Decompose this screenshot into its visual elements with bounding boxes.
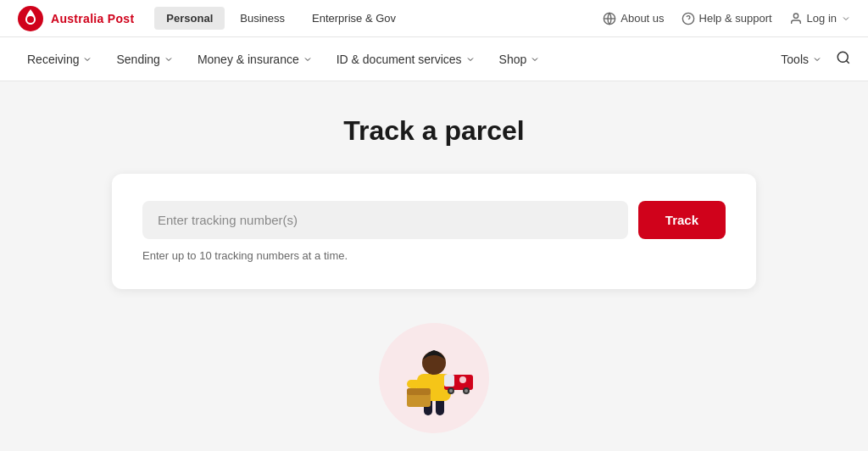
svg-point-20 <box>449 389 453 393</box>
login-text: Log in <box>807 12 837 25</box>
chevron-down-icon <box>530 54 540 64</box>
chevron-down-icon <box>82 54 92 64</box>
page-content: Track a parcel Track Enter up to 10 trac… <box>0 81 868 451</box>
page-title: Track a parcel <box>343 115 524 147</box>
tools-button[interactable]: Tools <box>781 53 822 66</box>
chevron-down-icon <box>303 54 313 64</box>
logo-text: Australia Post <box>51 12 134 25</box>
svg-point-1 <box>27 16 34 23</box>
logo-area[interactable]: Australia Post <box>17 5 134 32</box>
tab-personal[interactable]: Personal <box>154 7 225 30</box>
search-button[interactable] <box>836 50 851 69</box>
track-card: Track Enter up to 10 tracking numbers at… <box>112 174 756 289</box>
search-icon <box>836 50 851 65</box>
logo-icon <box>17 5 44 32</box>
main-nav-right: Tools <box>781 50 851 69</box>
track-input-row: Track <box>142 201 726 239</box>
nav-money-insurance[interactable]: Money & insurance <box>187 46 323 73</box>
track-hint-text: Enter up to 10 tracking numbers at a tim… <box>142 249 726 262</box>
svg-point-6 <box>793 14 798 18</box>
top-tabs: Personal Business Enterprise & Gov <box>154 7 408 30</box>
svg-rect-15 <box>407 388 431 395</box>
help-support-link[interactable]: Help & support <box>682 12 772 25</box>
about-us-text: About us <box>620 12 664 25</box>
svg-point-7 <box>837 52 848 62</box>
illustration-area <box>379 323 489 433</box>
delivery-illustration <box>379 323 489 433</box>
tracking-number-input[interactable] <box>142 201 628 239</box>
globe-icon <box>603 12 616 25</box>
main-nav: Receiving Sending Money & insurance ID &… <box>0 37 868 81</box>
svg-line-8 <box>846 60 849 63</box>
about-us-link[interactable]: About us <box>603 12 664 25</box>
login-link[interactable]: Log in <box>789 12 851 25</box>
chevron-down-icon <box>841 14 851 24</box>
svg-rect-13 <box>407 380 420 388</box>
nav-id-document[interactable]: ID & document services <box>326 46 486 73</box>
tab-business[interactable]: Business <box>228 7 297 30</box>
svg-point-22 <box>459 376 466 383</box>
tab-enterprise[interactable]: Enterprise & Gov <box>300 7 408 30</box>
help-support-text: Help & support <box>699 12 772 25</box>
question-icon <box>682 12 695 25</box>
chevron-down-icon <box>164 54 174 64</box>
main-nav-items: Receiving Sending Money & insurance ID &… <box>17 46 781 73</box>
chevron-down-icon <box>465 54 476 64</box>
svg-point-21 <box>465 389 468 393</box>
chevron-down-icon <box>812 54 822 64</box>
track-button[interactable]: Track <box>638 201 726 239</box>
nav-sending[interactable]: Sending <box>106 46 183 73</box>
nav-shop[interactable]: Shop <box>489 46 551 73</box>
top-right-nav: About us Help & support Log in <box>603 12 851 25</box>
top-bar: Australia Post Personal Business Enterpr… <box>0 0 868 37</box>
person-icon <box>789 12 803 25</box>
delivery-person-svg <box>383 327 485 429</box>
svg-rect-17 <box>444 375 454 387</box>
nav-receiving[interactable]: Receiving <box>17 46 103 73</box>
